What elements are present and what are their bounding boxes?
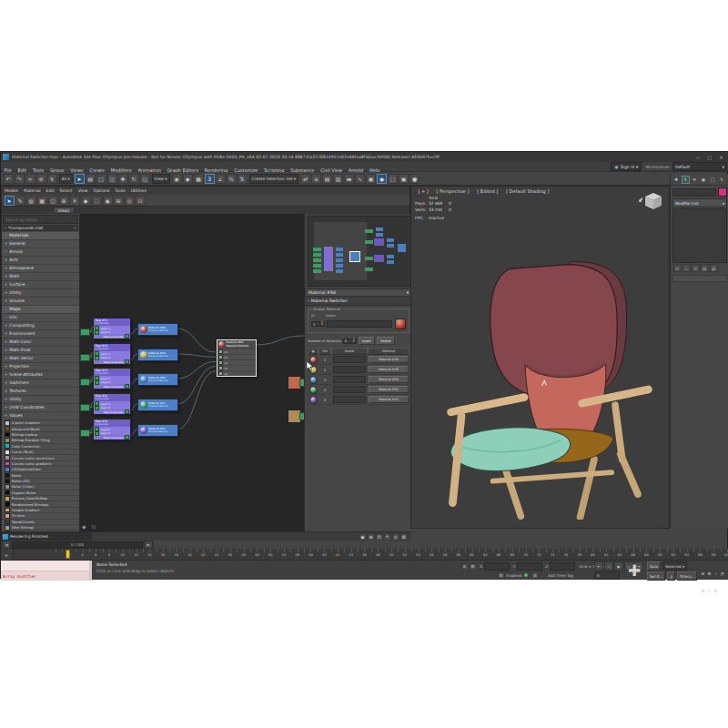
insert-button[interactable]: Insert	[359, 337, 375, 345]
previous-frame-icon[interactable]: ◁	[604, 561, 613, 571]
select-by-material-icon[interactable]: ⊡	[136, 196, 146, 206]
reference-coordinate-dropdown[interactable]: View ▾	[152, 174, 170, 184]
material-switcher-node[interactable]: Material #60Material Switcher(0)(1)(2)(3…	[217, 339, 257, 377]
browser-item[interactable]: +Values	[2, 412, 79, 420]
browser-item[interactable]: +Projection	[2, 363, 79, 371]
named-selection-sets-dropdown[interactable]: Create Selection Set ▾	[249, 174, 298, 184]
slate-menu-item[interactable]: Material	[21, 188, 44, 193]
pan-tool-icon[interactable]: ◆	[359, 533, 367, 541]
search-field[interactable]	[3, 215, 78, 224]
select-rotate-icon[interactable]: ↻	[129, 174, 139, 184]
tab-modify[interactable]: ↯	[682, 176, 690, 184]
object-name-field[interactable]	[672, 188, 716, 197]
maximize-button[interactable]: □	[703, 153, 715, 161]
library-header[interactable]: ▾ *Compounds.mat ⊙	[3, 225, 78, 231]
chair-3d-model[interactable]	[440, 256, 659, 520]
workspaces-dropdown[interactable]: Default▾	[672, 162, 727, 171]
material-name-field[interactable]	[333, 386, 366, 393]
minimize-button[interactable]: —	[692, 153, 703, 161]
key-filters-dropdown[interactable]: Selected ▾	[662, 561, 687, 571]
select-manipulate-icon[interactable]: ◆	[183, 174, 193, 184]
select-object-icon[interactable]: ➤	[75, 174, 85, 184]
browser-item[interactable]: +Textures	[2, 388, 79, 396]
browser-item[interactable]: +Switchers	[2, 379, 79, 388]
set-key-button[interactable]: Set K...	[647, 571, 665, 581]
keyboard-override-icon[interactable]: ▦	[194, 174, 204, 184]
selection-filter-dropdown[interactable]: All ▾	[59, 174, 73, 184]
browser-item[interactable]: −Materials	[2, 232, 79, 240]
play-icon[interactable]: ▶	[614, 561, 623, 571]
maxscript-mini-listener[interactable]: Array modifier	[1, 561, 92, 581]
zoom-region-icon[interactable]: ⊡	[376, 533, 383, 541]
zoom-all-icon[interactable]: ⊞	[706, 571, 713, 577]
browser-item[interactable]: +Surface	[2, 281, 79, 289]
material-button[interactable]: Material #50	[369, 376, 409, 383]
material-table-row[interactable]: 3Material #50	[308, 375, 410, 385]
view-tab[interactable]: View1	[53, 207, 75, 214]
bind-to-spacewarp-icon[interactable]: ↯	[47, 174, 57, 184]
angle-snap-icon[interactable]: ∠	[216, 174, 226, 184]
clipped-map-node[interactable]	[288, 376, 304, 390]
y-coordinate-field[interactable]	[517, 562, 542, 571]
zoom-icon[interactable]: ⊕	[700, 571, 706, 577]
zoom-tool-icon[interactable]: ⊕	[368, 533, 375, 541]
zoom-extents-icon[interactable]: ⌖	[713, 571, 719, 577]
browser-item[interactable]: +Utility	[2, 289, 79, 298]
physical-material-node[interactable]: Material #51Physical Material	[137, 399, 178, 411]
parameter-panel-header[interactable]: Material #60 ▾	[305, 288, 412, 297]
unlink-selection-icon[interactable]: ⊘	[36, 174, 46, 184]
perspective-viewport[interactable]: [ + ][ Perspective ][ Edited ][ Default …	[410, 186, 670, 529]
composite-map-node[interactable]: Map #34CompositeLayer 1Layer 2Map Compos…	[93, 393, 131, 415]
material-column-header[interactable]: Material	[368, 348, 410, 355]
layer-explorer-icon[interactable]: ▥	[333, 174, 343, 184]
material-preview-icon[interactable]: ◉	[103, 196, 113, 206]
browser-item[interactable]: +Math Color	[2, 339, 79, 347]
configure-modifier-sets-icon[interactable]: ▣	[710, 264, 718, 272]
viewport-label-segment[interactable]: [ Default Shading ]	[503, 188, 552, 194]
use-pivot-icon[interactable]: ◉	[172, 174, 182, 184]
material-editor-icon[interactable]: ◉	[377, 174, 387, 184]
slate-menu-item[interactable]: Edit	[44, 188, 57, 193]
composite-map-node[interactable]: Map #31CompositeLayer 1Layer 2Map Compos…	[93, 318, 131, 339]
window-crossing-icon[interactable]: ◫	[107, 174, 117, 184]
timeline-key-icon[interactable]: ▸	[1, 549, 14, 560]
spinner-snap-icon[interactable]: ⇅	[238, 174, 248, 184]
browser-item[interactable]: +General	[2, 240, 79, 248]
physical-material-node[interactable]: Material #50Physical Material	[137, 373, 178, 386]
slate-menu-item[interactable]: Tools	[112, 188, 127, 193]
zoom-tool-icon[interactable]: ◎	[125, 196, 135, 206]
show-map-in-viewport-icon[interactable]: ▦	[37, 196, 47, 206]
slate-menu-item[interactable]: Select	[57, 188, 76, 193]
browser-item[interactable]: +UVW Coordinates	[2, 404, 79, 412]
material-table-row[interactable]: 1Material #48	[308, 355, 410, 365]
material-switcher-rollout[interactable]: ▾ Material Switcher	[305, 297, 412, 306]
snaps-toggle-icon[interactable]: 3	[205, 174, 215, 184]
redo-icon[interactable]: ↷	[15, 174, 25, 184]
move-children-icon[interactable]: ◆	[81, 196, 91, 206]
put-to-library-icon[interactable]: ◍	[26, 196, 36, 206]
object-color-swatch[interactable]	[718, 187, 727, 197]
set-keys-icon[interactable]: ⚷	[667, 571, 675, 581]
maximize-view-icon[interactable]: ⊠	[400, 533, 408, 541]
tab-utilities[interactable]: ✎	[718, 176, 726, 184]
output-name-field[interactable]	[327, 320, 392, 328]
orbit-icon[interactable]: ↻	[706, 588, 713, 594]
browser-item[interactable]: +Math Vector	[2, 355, 79, 363]
material-table-row[interactable]: 5Material #52	[308, 395, 410, 405]
schematic-view-icon[interactable]: ▣	[366, 174, 376, 184]
material-count-spinner[interactable]: 5▲▼	[343, 339, 357, 344]
show-end-result-icon[interactable]: ◫	[48, 196, 58, 206]
undo-icon[interactable]: ↶	[4, 174, 14, 184]
material-button[interactable]: Material #51	[369, 386, 409, 393]
z-coordinate-field[interactable]	[550, 562, 575, 571]
select-scale-icon[interactable]: ◱	[140, 174, 150, 184]
selection-lock-icon[interactable]: ⊞	[470, 563, 477, 571]
material-name-field[interactable]	[333, 366, 366, 373]
browser-item[interactable]: +Atmosphere	[2, 265, 79, 273]
bitmap-input-node[interactable]	[80, 379, 90, 386]
delete-selected-icon[interactable]: ✕	[70, 196, 80, 206]
browser-item[interactable]: +Volume	[2, 298, 79, 306]
name-column-header[interactable]: Name	[331, 348, 368, 355]
viewport-label-segment[interactable]: [ Perspective ]	[433, 188, 472, 194]
go-to-start-icon[interactable]: ⇤	[594, 561, 603, 571]
